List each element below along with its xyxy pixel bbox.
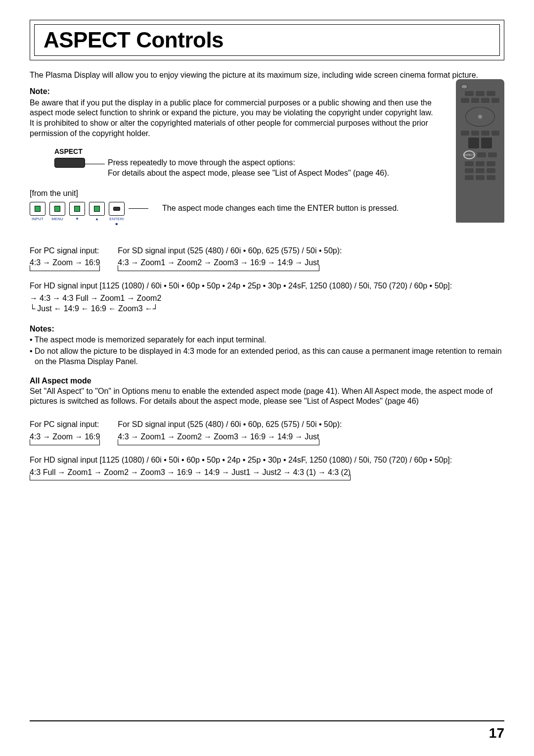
hd-cycle: → 4:3→ 4:3 Full→ Zoom1→ Zoom2 └ Just← 14… <box>30 293 161 314</box>
hd-b0: Just <box>37 304 51 314</box>
all-aspect-text: Set "All Aspect" to "On" in Options menu… <box>30 386 504 407</box>
page-number: 17 <box>489 725 504 741</box>
sd-c1: Zoom1 <box>141 258 166 268</box>
intro-text: The Plasma Display will allow you to enj… <box>30 70 504 81</box>
note-item-0: • The aspect mode is memorized separatel… <box>30 335 504 345</box>
aa-pc-0: 4:3 <box>30 432 41 442</box>
notes-heading: Notes: <box>30 324 504 334</box>
arrow-icon: → <box>167 468 175 478</box>
sd-signal-block: For SD signal input (525 (480) / 60i • 6… <box>118 246 342 269</box>
remote-led-icon <box>461 84 468 89</box>
aa-pc-cycle: 4:3→ Zoom→ 16:9 <box>30 430 100 442</box>
unit-button-labels: INPUT MENU ▼ ▲ ENTER/■ <box>30 217 504 227</box>
hd-a1: 4:3 Full <box>62 293 88 304</box>
unit-input-button[interactable] <box>30 202 45 216</box>
aa-sd-label: For SD signal input (525 (480) / 60i • 6… <box>118 420 342 430</box>
unit-down-button[interactable] <box>69 202 85 216</box>
aspect-button-group: ASPECT Press repeatedly to move through … <box>30 147 425 168</box>
aspect-instructions: Press repeatedly to move through the asp… <box>108 158 389 179</box>
arrow-icon: → <box>267 258 275 268</box>
aa-sd-block: For SD signal input (525 (480) / 60i • 6… <box>118 420 342 442</box>
arrow-icon: → <box>222 468 229 478</box>
aa-hd-5: 14:9 <box>204 468 220 478</box>
aa-sd-4: 16:9 <box>250 432 266 442</box>
sd-c3: Zoom3 <box>214 258 238 268</box>
arrow-icon: → <box>252 468 260 478</box>
note-text: Be aware that if you put the display in … <box>30 98 435 139</box>
unit-label-enter: ENTER/■ <box>109 217 125 227</box>
content: The Plasma Display will allow you to enj… <box>30 70 504 477</box>
signal-row: For PC signal input: 4:3 → Zoom → 16:9 F… <box>30 246 504 269</box>
pc-cycle: 4:3 → Zoom → 16:9 <box>30 256 100 268</box>
arrow-icon: → <box>75 258 83 268</box>
aa-hd-2: Zoom2 <box>104 468 129 478</box>
aa-hd-cycle: 4:3 Full→ Zoom1→ Zoom2→ Zoom3→ 16:9→ 14:… <box>30 466 351 478</box>
sd-signal-label: For SD signal input (525 (480) / 60i • 6… <box>118 246 342 256</box>
pc-signal-label: For PC signal input: <box>30 246 100 256</box>
sd-c6: Just <box>305 258 319 268</box>
arrow-icon: → <box>167 432 175 442</box>
arrow-icon: → <box>90 293 98 304</box>
aa-sd-2: Zoom2 <box>177 432 202 442</box>
unit-label-input: INPUT <box>30 217 45 227</box>
note-item-1: • Do not allow the picture to be display… <box>30 346 504 367</box>
unit-text: The aspect mode changes each time the EN… <box>162 203 399 214</box>
aa-sd-1: Zoom1 <box>141 432 166 442</box>
from-unit-label: [from the unit] <box>30 189 504 199</box>
arrow-icon: → <box>43 258 50 268</box>
aa-hd-7: Just2 <box>262 468 281 478</box>
aa-hd-1: Zoom1 <box>67 468 92 478</box>
aa-hd-9: 4:3 (2) <box>328 468 351 478</box>
unit-menu-button[interactable] <box>49 202 65 216</box>
aa-hd-label: For HD signal input [1125 (1080) / 60i •… <box>30 455 504 466</box>
sd-c0: 4:3 <box>118 258 129 268</box>
sd-c5: 14:9 <box>277 258 293 268</box>
arrow-icon: → <box>57 468 65 478</box>
pc-signal-block: For PC signal input: 4:3 → Zoom → 16:9 <box>30 246 100 269</box>
unit-enter-button[interactable] <box>109 202 125 216</box>
arrow-icon: → <box>240 432 248 442</box>
sd-c4: 16:9 <box>250 258 266 268</box>
aspect-remote-button[interactable] <box>54 158 85 168</box>
aa-sd-3: Zoom3 <box>214 432 238 442</box>
arrow-icon: → <box>43 432 50 442</box>
aa-pc-label: For PC signal input: <box>30 420 100 430</box>
aa-pc-2: 16:9 <box>85 432 100 442</box>
hd-b1: 14:9 <box>64 304 79 314</box>
arrow-icon: ← <box>108 304 116 314</box>
sd-c2: Zoom2 <box>177 258 202 268</box>
remote-control-illustration: ASPECT <box>456 79 504 223</box>
arrow-icon: → <box>167 258 175 268</box>
aa-hd-0: 4:3 Full <box>30 468 55 478</box>
aa-hd-3: Zoom3 <box>140 468 165 478</box>
aa-hd-6: Just1 <box>231 468 250 478</box>
aspect-label: ASPECT <box>54 147 425 156</box>
all-aspect-heading: All Aspect mode <box>30 376 504 386</box>
arrow-icon: → <box>283 468 291 478</box>
aa-hd-block: For HD signal input [1125 (1080) / 60i •… <box>30 455 504 478</box>
pc-c2: 16:9 <box>85 258 100 268</box>
arrow-icon: → <box>30 293 38 304</box>
remote-aspect-button[interactable]: ASPECT <box>463 150 475 159</box>
aa-sd-cycle: 4:3→ Zoom1→ Zoom2→ Zoom3→ 16:9→ 14:9→ Ju… <box>118 430 319 442</box>
page-title: ASPECT Controls <box>44 28 490 52</box>
leader-line <box>85 164 105 164</box>
arrow-icon: → <box>75 432 83 442</box>
aa-hd-8: 4:3 (1) <box>293 468 316 478</box>
hd-signal-block: For HD signal input [1125 (1080) / 60i •… <box>30 281 504 314</box>
arrow-icon: → <box>295 432 303 442</box>
arrow-icon: → <box>295 258 303 268</box>
pc-c0: 4:3 <box>30 258 41 268</box>
arrow-icon: → <box>131 432 139 442</box>
aa-pc-block: For PC signal input: 4:3→ Zoom→ 16:9 <box>30 420 100 442</box>
pc-c1: Zoom <box>52 258 73 268</box>
unit-label-down: ▼ <box>69 217 85 227</box>
aa-hd-4: 16:9 <box>177 468 192 478</box>
unit-up-button[interactable] <box>89 202 105 216</box>
leader-line-icon <box>129 208 148 209</box>
title-frame: ASPECT Controls <box>30 20 504 60</box>
hd-a3: Zoom2 <box>137 293 162 304</box>
hd-a2: Zoom1 <box>100 293 125 304</box>
aa-pc-1: Zoom <box>52 432 73 442</box>
hd-signal-label: For HD signal input [1125 (1080) / 60i •… <box>30 281 504 291</box>
